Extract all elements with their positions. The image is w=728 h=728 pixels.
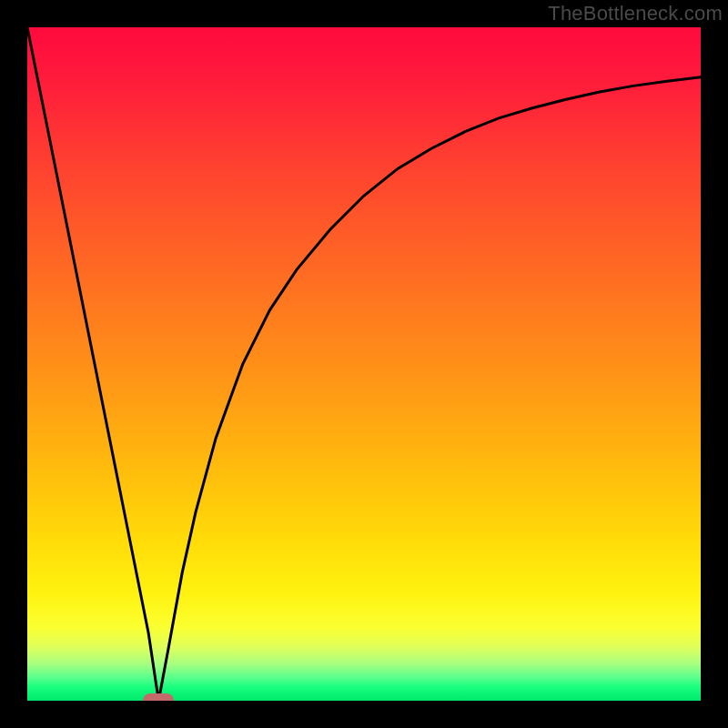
curve-path [27,27,701,701]
chart-frame: TheBottleneck.com [0,0,728,728]
bottleneck-curve [27,27,701,701]
minimum-marker [143,693,174,701]
watermark-text: TheBottleneck.com [548,2,723,25]
plot-area [27,27,701,701]
